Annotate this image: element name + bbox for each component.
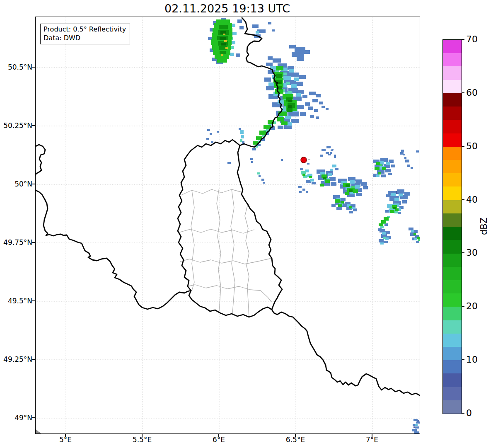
lat-tick-label: 50.25°N (0, 121, 32, 130)
radar-cell (288, 105, 292, 108)
radar-cell (404, 157, 406, 159)
radar-cell (272, 29, 275, 31)
lon-tick-mark (295, 434, 296, 437)
lat-tick-label: 49°N (0, 413, 32, 422)
colorbar-tick-label: 20 (466, 301, 478, 312)
radar-cell (220, 37, 226, 40)
radar-cell (259, 131, 266, 135)
radar-cell (320, 155, 323, 157)
colorbar-segment (443, 133, 462, 147)
radar-cell (286, 82, 290, 85)
radar-cell (232, 32, 237, 35)
colorbar-segment (443, 40, 462, 53)
radar-cell (299, 75, 306, 79)
radar-cell (250, 158, 253, 160)
colorbar-segment (443, 347, 462, 360)
radar-cell (281, 121, 288, 125)
colorbar-segment (443, 107, 462, 120)
radar-cell (257, 172, 260, 174)
colorbar-tick-label: 60 (466, 87, 478, 98)
radar-cell (405, 160, 409, 162)
radar-cell (329, 177, 336, 181)
radar-cell (240, 139, 242, 142)
lat-tick-label: 50.5°N (0, 63, 32, 72)
canton-border (181, 189, 248, 204)
colorbar-segment (443, 307, 462, 320)
radar-cell (384, 217, 389, 220)
colorbar-tick-mark (462, 39, 464, 40)
colorbar-segment (443, 160, 462, 173)
radar-cell (308, 107, 313, 110)
radar-echo-layer (36, 18, 420, 433)
gridlines-layer (36, 17, 420, 433)
colorbar-segment (443, 387, 462, 400)
radar-cell (382, 167, 386, 170)
radar-cell (330, 169, 333, 171)
colorbar-segment (443, 280, 462, 293)
radar-cell (381, 174, 386, 177)
colorbar-unit-label: dBZ (478, 211, 490, 242)
radar-cell (378, 172, 381, 174)
radar-cell (291, 119, 299, 123)
radar-cell (341, 201, 344, 203)
radar-cell (303, 175, 307, 178)
radar-cell (416, 241, 419, 243)
radar-cell (281, 159, 283, 161)
radar-cell (361, 182, 367, 186)
radar-cell (292, 52, 304, 57)
radar-cell (220, 51, 226, 54)
radar-cell (394, 198, 399, 201)
radar-cell (336, 207, 342, 210)
colorbar-tick-mark (462, 252, 464, 253)
colorbar-tick-label: 10 (466, 354, 478, 365)
country-borders-layer (36, 18, 420, 395)
radar-cell (403, 154, 405, 155)
radar-cell (416, 421, 420, 424)
radar-cell (418, 239, 420, 241)
radar-cell (283, 76, 291, 80)
marker-layer (301, 157, 310, 163)
radar-cell (316, 94, 321, 97)
radar-cell (402, 200, 407, 203)
radar-cell (393, 207, 396, 209)
radar-cell (394, 211, 398, 213)
radar-cell (382, 232, 386, 235)
radar-cell (266, 63, 273, 66)
radar-cell (310, 179, 314, 182)
colorbar-segment (443, 267, 462, 280)
colorbar-segment (443, 147, 462, 160)
radar-cell (310, 115, 314, 118)
radar-cell (294, 77, 299, 81)
radar-cell (261, 179, 264, 181)
radar-cell (415, 424, 418, 426)
radar-cell (217, 131, 219, 133)
radar-cell (334, 156, 336, 158)
canton-border (245, 204, 249, 317)
radar-cell (322, 149, 326, 151)
radar-cell (256, 31, 259, 34)
canton-border (217, 188, 221, 311)
radar-cell (221, 43, 226, 46)
radar-cell (239, 26, 244, 29)
radar-cell (390, 210, 394, 213)
radar-cell (306, 191, 308, 193)
colorbar-tick-mark (462, 359, 464, 360)
radar-cell (211, 141, 213, 143)
colorbar-segment (443, 254, 462, 267)
canton-border (188, 285, 272, 302)
radar-cell (380, 242, 384, 245)
radar-cell (413, 419, 418, 421)
radar-cell (287, 108, 293, 112)
map-canvas (36, 17, 420, 433)
map-plot-area (35, 17, 420, 434)
radar-cell (259, 175, 261, 177)
colorbar-segment (443, 227, 462, 240)
radar-cell (206, 138, 209, 140)
radar-cell (326, 108, 329, 110)
radar-cell (346, 184, 350, 187)
radar-cell (404, 192, 410, 196)
colorbar-segment (443, 334, 462, 347)
colorbar-segment (443, 293, 462, 307)
radar-cell (399, 194, 403, 196)
lat-tick-label: 49.5°N (0, 296, 32, 305)
